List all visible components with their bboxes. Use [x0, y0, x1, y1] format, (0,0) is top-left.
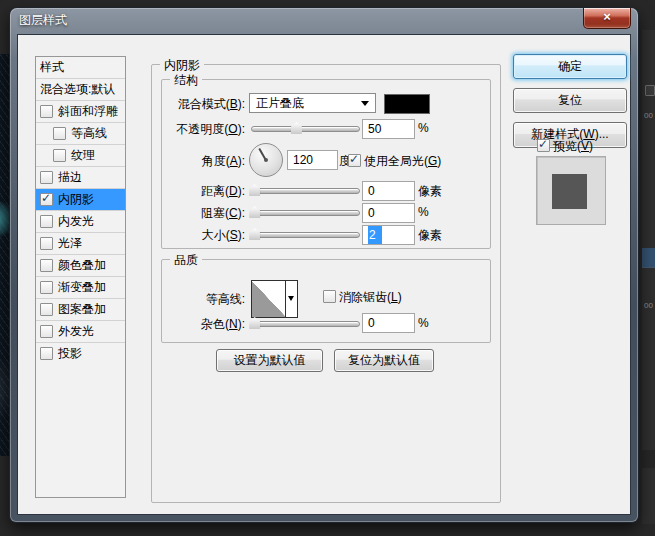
size-input[interactable]: 2 [362, 225, 415, 245]
preview-checkbox[interactable] [537, 139, 550, 152]
angle-label: 角度(A): [202, 153, 245, 170]
sidebar-item-styles[interactable]: 样式 [36, 57, 125, 79]
angle-dial[interactable] [249, 143, 283, 177]
panel-icon [645, 85, 655, 96]
window-title: 图层样式 [19, 13, 67, 27]
layers-selected-row [642, 248, 655, 268]
panel-text-fragment: 00 [644, 112, 653, 120]
item-label: 纹理 [71, 147, 95, 164]
anti-alias-label: 消除锯齿(L) [339, 289, 402, 306]
checkbox[interactable] [40, 237, 53, 250]
sidebar-item-blending-options[interactable]: 混合选项:默认 [36, 79, 125, 101]
titlebar[interactable]: 图层样式 [10, 8, 638, 34]
item-label: 光泽 [58, 235, 82, 252]
choke-label: 阻塞(C): [201, 205, 245, 222]
close-button[interactable]: × [583, 8, 631, 29]
close-icon: × [603, 9, 611, 24]
style-preview [536, 156, 606, 225]
style-preview-square [552, 174, 587, 209]
sidebar-item-gradient-overlay[interactable]: 渐变叠加 [36, 277, 125, 299]
contour-picker[interactable] [251, 280, 298, 318]
sidebar-item-pattern-overlay[interactable]: 图案叠加 [36, 299, 125, 321]
checkbox[interactable] [40, 347, 53, 360]
contour-dropdown-arrow[interactable] [285, 281, 297, 317]
checkbox[interactable] [40, 193, 53, 206]
sidebar-item-color-overlay[interactable]: 颜色叠加 [36, 255, 125, 277]
item-label: 投影 [58, 345, 82, 362]
angle-dial-center [264, 158, 268, 162]
distance-slider-track[interactable] [251, 188, 360, 194]
chevron-down-icon [361, 101, 369, 106]
distance-unit: 像素 [418, 183, 442, 200]
reset-button[interactable]: 复位 [513, 88, 627, 113]
item-label: 渐变叠加 [58, 279, 106, 296]
choke-unit: % [418, 205, 429, 219]
distance-value: 0 [368, 184, 375, 198]
item-label: 内阴影 [58, 191, 94, 208]
panels-edge: 00 00 [642, 30, 655, 524]
layer-style-dialog: 图层样式 × 样式 混合选项:默认 斜面和浮雕 等高线 纹理 描边 [10, 8, 638, 522]
item-label: 斜面和浮雕 [58, 103, 118, 120]
noise-unit: % [418, 316, 429, 330]
checkbox[interactable] [40, 105, 53, 118]
sidebar-item-bevel-emboss[interactable]: 斜面和浮雕 [36, 101, 125, 123]
checkbox[interactable] [40, 171, 53, 184]
sidebar-item-stroke[interactable]: 描边 [36, 167, 125, 189]
size-label: 大小(S): [202, 227, 245, 244]
sidebar-item-contour[interactable]: 等高线 [36, 123, 125, 145]
noise-input[interactable]: 0 [362, 313, 415, 333]
sidebar-item-texture[interactable]: 纹理 [36, 145, 125, 167]
item-label: 外发光 [58, 323, 94, 340]
checkbox[interactable] [40, 303, 53, 316]
noise-label: 杂色(N): [201, 316, 245, 333]
size-slider-track[interactable] [251, 232, 360, 238]
make-default-button[interactable]: 设置为默认值 [216, 349, 323, 372]
size-value-selected: 2 [368, 226, 382, 244]
checkbox[interactable] [40, 215, 53, 228]
blend-mode-label: 混合模式(B): [178, 96, 245, 113]
contour-thumbnail [252, 281, 286, 317]
checkbox[interactable] [40, 281, 53, 294]
choke-input[interactable]: 0 [362, 203, 415, 223]
preview-label: 预览(V) [553, 138, 593, 155]
item-label: 描边 [58, 169, 82, 186]
sidebar-item-inner-glow[interactable]: 内发光 [36, 211, 125, 233]
sidebar-item-satin[interactable]: 光泽 [36, 233, 125, 255]
checkbox[interactable] [40, 259, 53, 272]
opacity-label: 不透明度(O): [176, 121, 245, 138]
choke-slider-track[interactable] [251, 210, 360, 216]
distance-input[interactable]: 0 [362, 181, 415, 201]
anti-alias-checkbox[interactable] [323, 290, 336, 303]
angle-input[interactable]: 120 [287, 150, 338, 170]
ok-button[interactable]: 确定 [513, 54, 627, 79]
contour-label: 等高线: [206, 291, 245, 308]
sidebar-item-drop-shadow[interactable]: 投影 [36, 343, 125, 364]
quality-legend: 品质 [170, 252, 202, 269]
checkbox[interactable] [53, 127, 66, 140]
blend-mode-value: 正片叠底 [256, 96, 304, 110]
dialog-body: 样式 混合选项:默认 斜面和浮雕 等高线 纹理 描边 内阴影 内发光 [17, 34, 631, 515]
global-light-checkbox[interactable] [348, 154, 361, 167]
panel-text-fragment: 00 [644, 302, 653, 310]
sidebar-item-outer-glow[interactable]: 外发光 [36, 321, 125, 343]
checkbox[interactable] [53, 149, 66, 162]
noise-slider-track[interactable] [251, 321, 360, 327]
opacity-input[interactable]: 50 [362, 119, 415, 139]
item-label: 颜色叠加 [58, 257, 106, 274]
opacity-slider-track[interactable] [251, 126, 360, 132]
styles-list: 样式 混合选项:默认 斜面和浮雕 等高线 纹理 描边 内阴影 内发光 [35, 56, 126, 498]
item-label: 样式 [40, 59, 64, 76]
reset-default-button[interactable]: 复位为默认值 [334, 349, 434, 372]
choke-value: 0 [368, 206, 375, 220]
item-label: 等高线 [71, 125, 107, 142]
shadow-color-swatch[interactable] [384, 94, 430, 114]
size-unit: 像素 [418, 227, 442, 244]
noise-value: 0 [368, 316, 375, 330]
blend-mode-select[interactable]: 正片叠底 [249, 93, 376, 113]
checkbox[interactable] [40, 325, 53, 338]
item-label: 图案叠加 [58, 301, 106, 318]
sidebar-item-inner-shadow[interactable]: 内阴影 [36, 189, 125, 211]
distance-label: 距离(D): [201, 183, 245, 200]
item-label: 混合选项:默认 [40, 81, 115, 98]
panel-block [642, 450, 655, 468]
